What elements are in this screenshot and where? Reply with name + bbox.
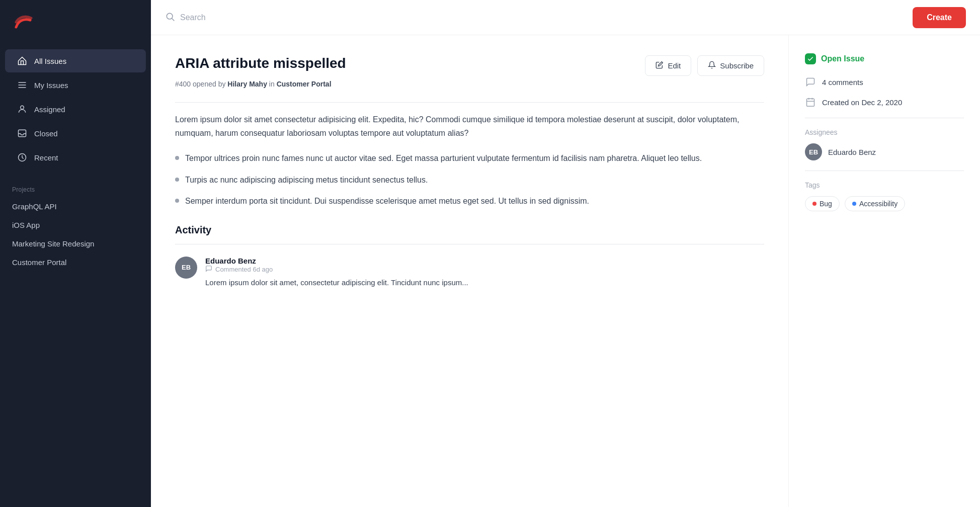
project-graphql-api[interactable]: GraphQL API xyxy=(12,197,139,216)
bullet-icon xyxy=(175,178,179,182)
create-button[interactable]: Create xyxy=(913,7,966,28)
comment: EB Eduardo Benz Commented 6d xyxy=(175,257,764,289)
sidebar-divider-1 xyxy=(805,118,964,118)
edit-icon xyxy=(656,61,664,70)
comments-count-row: 4 comments xyxy=(805,76,964,88)
comment-author: Eduardo Benz xyxy=(205,257,256,265)
sidebar-item-all-issues[interactable]: All Issues xyxy=(5,49,146,72)
app-logo-icon xyxy=(12,11,34,33)
svg-rect-8 xyxy=(807,99,814,106)
svg-rect-4 xyxy=(19,130,26,136)
comment-body: Eduardo Benz Commented 6d ago Lorem ipsu… xyxy=(205,257,764,289)
assignee-name: Eduardo Benz xyxy=(828,148,876,156)
tag-bug: Bug xyxy=(805,196,840,211)
commenter-avatar: EB xyxy=(175,257,197,279)
projects-section: Projects GraphQL API iOS App Marketing S… xyxy=(0,174,151,276)
search-icon xyxy=(165,12,175,24)
tag-dot-red xyxy=(812,202,816,206)
list-item: Turpis ac nunc adipiscing adipiscing met… xyxy=(175,174,764,187)
sidebar-item-my-issues[interactable]: My Issues xyxy=(5,73,146,97)
sidebar-nav: All Issues My Issues Assigned xyxy=(0,44,151,174)
edit-button[interactable]: Edit xyxy=(645,55,691,76)
menu-icon xyxy=(17,80,27,90)
sidebar-item-closed-label: Closed xyxy=(34,129,58,138)
list-item: Semper interdum porta sit tincidunt. Dui… xyxy=(175,195,764,208)
svg-point-3 xyxy=(21,106,24,109)
sidebar-divider-2 xyxy=(805,171,964,171)
comment-meta: Commented 6d ago xyxy=(205,265,764,274)
tags-label: Tags xyxy=(805,181,964,189)
project-ios-app[interactable]: iOS App xyxy=(12,216,139,234)
activity-section: Activity EB Eduardo Benz xyxy=(175,224,764,289)
issue-number: #400 xyxy=(175,80,191,88)
assignees-section: Assignees EB Eduardo Benz xyxy=(805,128,964,160)
sidebar-item-closed[interactable]: Closed xyxy=(5,122,146,145)
bell-icon xyxy=(708,61,716,70)
sidebar-item-recent-label: Recent xyxy=(34,153,58,162)
inbox-icon xyxy=(17,128,27,138)
issue-project[interactable]: Customer Portal xyxy=(277,80,332,88)
svg-point-6 xyxy=(167,13,173,19)
issue-sidebar-panel: Open Issue 4 comments xyxy=(789,35,980,507)
comment-icon xyxy=(205,265,212,274)
issue-meta: #400 opened by Hilary Mahy in Customer P… xyxy=(175,80,764,88)
status-row: Open Issue xyxy=(805,53,964,64)
issue-author: Hilary Mahy xyxy=(227,80,267,88)
issue-header: ARIA attribute misspelled Edit xyxy=(175,55,764,76)
clock-icon xyxy=(17,152,27,162)
home-icon xyxy=(17,56,27,66)
created-date-text: Created on Dec 2, 2020 xyxy=(822,98,902,107)
tag-accessibility: Accessibility xyxy=(845,196,905,211)
issue-body: Lorem ipsum dolor sit amet consectetur a… xyxy=(175,113,764,140)
tags-section: Tags Bug Accessibility xyxy=(805,181,964,211)
user-icon xyxy=(17,104,27,114)
search-container xyxy=(165,12,913,24)
assignee-avatar: EB xyxy=(805,143,822,160)
status-text: Open Issue xyxy=(821,54,864,63)
projects-label: Projects xyxy=(12,186,139,193)
assignee-row: EB Eduardo Benz xyxy=(805,143,964,160)
tags-row: Bug Accessibility xyxy=(805,196,964,211)
content-area: ARIA attribute misspelled Edit xyxy=(151,35,980,507)
sidebar: All Issues My Issues Assigned xyxy=(0,0,151,507)
bullet-icon xyxy=(175,199,179,203)
created-date-row: Created on Dec 2, 2020 xyxy=(805,97,964,108)
svg-line-7 xyxy=(172,18,175,21)
chat-icon xyxy=(805,76,816,88)
tag-dot-blue xyxy=(852,202,856,206)
issue-main: ARIA attribute misspelled Edit xyxy=(151,35,789,507)
issue-title: ARIA attribute misspelled xyxy=(175,55,633,71)
issue-actions: Edit Subscribe xyxy=(645,55,764,76)
search-input[interactable] xyxy=(180,13,913,22)
sidebar-item-all-issues-label: All Issues xyxy=(34,57,66,65)
list-item: Tempor ultrices proin nunc fames nunc ut… xyxy=(175,152,764,165)
open-issue-icon xyxy=(805,53,816,64)
subscribe-button[interactable]: Subscribe xyxy=(697,55,764,76)
sidebar-item-recent[interactable]: Recent xyxy=(5,146,146,169)
assignees-label: Assignees xyxy=(805,128,964,136)
activity-divider xyxy=(175,244,764,244)
project-customer-portal[interactable]: Customer Portal xyxy=(12,253,139,272)
sidebar-item-assigned[interactable]: Assigned xyxy=(5,98,146,121)
bullet-icon xyxy=(175,156,179,160)
sidebar-item-my-issues-label: My Issues xyxy=(34,81,68,90)
issue-list: Tempor ultrices proin nunc fames nunc ut… xyxy=(175,152,764,208)
project-marketing-site[interactable]: Marketing Site Redesign xyxy=(12,234,139,253)
logo-area xyxy=(0,0,151,44)
comment-text: Lorem ipsum dolor sit amet, consectetur … xyxy=(205,277,764,289)
issue-divider xyxy=(175,102,764,103)
activity-title: Activity xyxy=(175,224,764,236)
comments-count-text: 4 comments xyxy=(822,78,863,87)
calendar-icon xyxy=(805,97,816,108)
topbar: Create xyxy=(151,0,980,35)
sidebar-item-assigned-label: Assigned xyxy=(34,105,65,114)
main-area: Create ARIA attribute misspelled Edit xyxy=(151,0,980,507)
